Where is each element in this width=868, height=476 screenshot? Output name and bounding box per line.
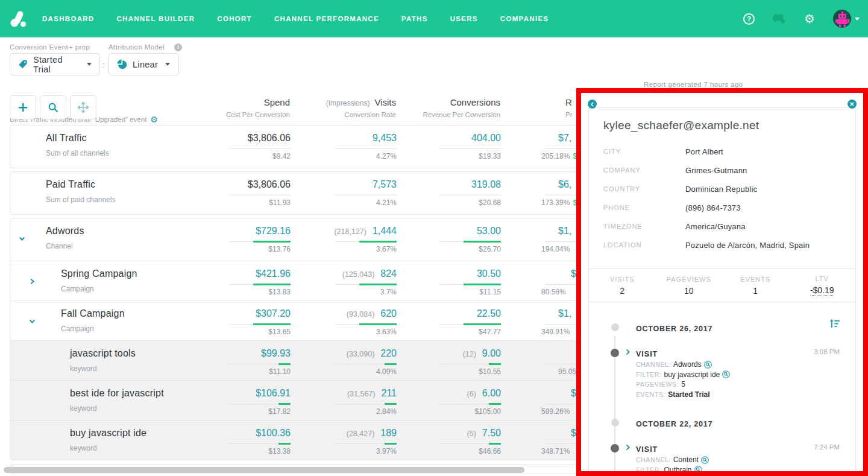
cell-value[interactable]: $99.93 [261,348,291,358]
table-row-best-ide-for-javascript[interactable]: best ide for javascriptkeyword$106.91$17… [10,380,665,420]
cell-value[interactable]: $1, [558,226,571,236]
visit-detail: FILTER:Outbrain [636,466,855,475]
cell-visits: (125,043)8243.7% [297,261,397,300]
cell-value: $3,806.06 [248,133,291,143]
user-card: kylee_schaefer@example.net CITYPort Albe… [588,107,856,476]
modified-indicator [359,241,397,243]
expand-chevron-icon[interactable] [29,278,36,285]
visit-title: VISIT [636,350,658,358]
back-button[interactable] [588,100,597,109]
zoom-icon[interactable] [704,361,712,369]
cell-value[interactable]: $106.91 [256,388,291,398]
table-row-fall-campaign[interactable]: Fall CampaignCampaign$307.20$13.65(93,08… [10,300,665,340]
search-button[interactable] [40,95,66,119]
cell-value[interactable]: $100.36 [256,428,291,438]
row-title: Fall Campaign [61,308,125,319]
timeline-date-label: OCTOBER 26, 2017 [636,325,712,333]
cell-value[interactable]: $ [571,388,576,398]
cell-value[interactable]: 220 [380,348,397,358]
timeline-visit[interactable]: VISIT7:24 PMCHANNEL:ContentFILTER:Outbra… [589,443,855,476]
detail-label: FILTER: [636,466,662,475]
cell-value[interactable]: $ [571,268,576,279]
table-row-adwords[interactable]: AdwordsChannel$729.16$13.76(218,127)1,44… [10,218,665,261]
channel-table: SpendCost Per Conversion(Impressions)Vis… [0,89,675,476]
attributed-count: (125,043) [342,270,375,279]
cell-value[interactable]: $1, [558,308,571,319]
cell-value[interactable]: 824 [380,268,397,279]
field-value: Pozuelo de Alarcón, Madrid, Spain [685,241,810,250]
expand-chevron-icon[interactable] [625,444,631,451]
stat-events: EVENTS1 [722,276,789,296]
cell-spend: $3,806.06$9.42 [200,125,291,168]
cell-value[interactable]: 22.50 [477,308,501,319]
cell-value[interactable]: $ [571,428,576,438]
nav-item-paths[interactable]: PATHS [401,15,428,22]
cell-visits: 9,4534.27% [297,125,397,168]
chat-icon[interactable] [773,13,786,24]
cell-value[interactable]: 620 [380,308,397,319]
cell-value[interactable]: 7,573 [373,179,397,189]
cell-value[interactable]: 404.00 [471,133,501,143]
user-stats: VISITS2PAGEVIEWS10EVENTS1LTV-$0.19 [589,268,855,302]
attribution-model-select[interactable]: Linear [108,53,179,75]
collapse-chevron-icon[interactable] [19,235,25,242]
cell-value[interactable]: 53.00 [477,226,501,236]
cell-value[interactable]: $729.16 [256,226,291,236]
settings-gear-icon[interactable]: ⚙ [804,13,815,25]
zoom-icon[interactable] [701,456,709,464]
cell-value[interactable]: 319.08 [471,179,501,189]
close-button[interactable] [848,100,857,109]
cell-value[interactable]: $6, [558,179,571,189]
cell-value[interactable]: $421.96 [256,268,291,279]
user-field-company: COMPANYGrimes-Gutmann [589,167,855,185]
nav-item-companies[interactable]: COMPANIES [500,15,549,22]
field-label: LOCATION [603,241,641,249]
cell-value[interactable]: 7.50 [482,428,501,438]
cell-value[interactable]: 1,444 [373,226,397,236]
nav-item-channel-builder[interactable]: CHANNEL BUILDER [116,15,195,22]
add-channel-button[interactable] [10,95,36,119]
cell-value[interactable]: 211 [381,388,397,398]
cell-divider [439,148,501,149]
horizontal-scrollbar[interactable] [4,467,524,473]
timeline-visit[interactable]: VISIT3:08 PMCHANNEL:AdwordsFILTER:buy ja… [589,348,855,399]
visit-time: 7:24 PM [814,443,840,451]
cell-value[interactable]: 9.00 [482,348,501,358]
user-menu[interactable] [833,10,860,28]
avatar[interactable] [833,10,851,28]
help-icon[interactable]: ? [743,13,755,25]
cell-value[interactable]: 30.50 [477,268,501,279]
cell-spend: $307.20$13.65 [200,301,291,340]
cell-value[interactable]: 189 [380,428,397,438]
stat-label: EVENTS [722,276,789,283]
cell-value[interactable]: $307.20 [256,308,291,319]
nav-item-dashboard[interactable]: DASHBOARD [42,15,94,22]
stat-value[interactable]: -$0.19 [810,285,834,296]
cell-value[interactable]: 6.00 [482,388,501,398]
table-row-javascript-tools[interactable]: javascript toolskeyword$99.93$11.10(33,0… [10,340,665,380]
cell-value[interactable]: $7, [558,133,571,143]
nav-item-cohort[interactable]: COHORT [217,15,252,22]
conversion-event-select[interactable]: Started Trial [10,53,100,75]
cell-value[interactable]: 9,453 [373,133,397,143]
collapse-chevron-icon[interactable] [29,318,36,325]
table-row-buy-javascript-ide[interactable]: buy javascript idekeyword$100.36$13.38(2… [10,420,665,460]
table-row-paid-traffic[interactable]: Paid TrafficSum of paid channels$3,806.0… [10,172,665,214]
row-title: javascript tools [70,348,136,359]
nav-item-channel-performance[interactable]: CHANNEL PERFORMANCE [274,15,379,22]
visit-detail: FILTER:buy javascript ide [636,370,855,379]
reorder-button[interactable] [70,95,96,119]
column-header-conversions[interactable]: ConversionsRevenue Per Conversion [368,97,500,118]
table-row-all-traffic[interactable]: All TrafficSum of all channels$3,806.06$… [10,125,665,168]
attributed-count: (31,567) [347,390,376,398]
app-logo-icon[interactable] [8,8,29,29]
zoom-icon[interactable] [694,466,702,474]
add-prop-link[interactable]: + prop [69,43,90,51]
cell-subvalue: $105.00 [475,407,501,416]
expand-chevron-icon[interactable] [625,349,631,355]
table-row-spring-campaign[interactable]: Spring CampaignCampaign$421.96$13.83(125… [10,261,665,300]
zoom-icon[interactable] [722,370,730,378]
info-icon[interactable]: i [174,43,182,51]
nav-item-users[interactable]: USERS [450,15,478,22]
cell-subvalue: 4.09% [376,367,397,376]
